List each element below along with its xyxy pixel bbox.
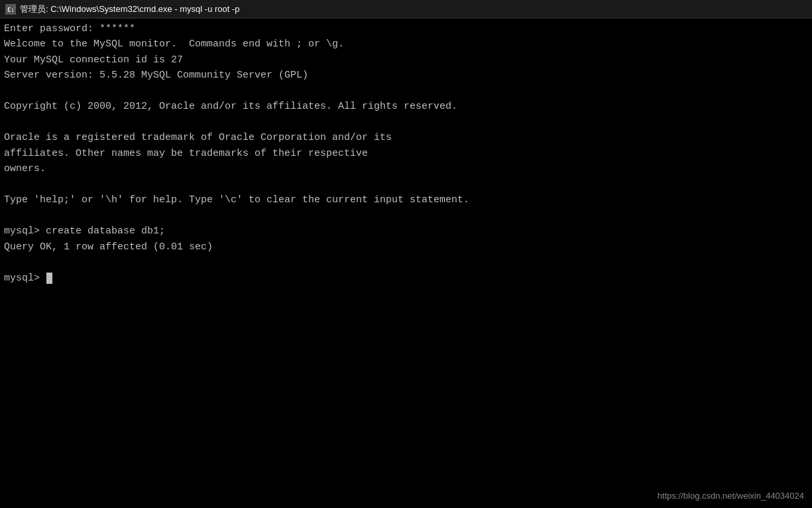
terminal-line: Oracle is a registered trademark of Orac… bbox=[4, 130, 808, 145]
terminal-line: Your MySQL connection id is 27 bbox=[4, 52, 808, 68]
terminal-line: Copyright (c) 2000, 2012, Oracle and/or … bbox=[4, 99, 808, 114]
terminal-line: Type 'help;' or '\h' for help. Type '\c'… bbox=[4, 192, 808, 208]
terminal-line: Enter password: ****** bbox=[4, 21, 808, 36]
terminal-line: owners. bbox=[4, 161, 808, 176]
terminal-line bbox=[4, 83, 808, 99]
terminal-line bbox=[4, 114, 808, 130]
svg-text:C:\: C:\ bbox=[7, 7, 15, 13]
prompt-line: mysql> bbox=[4, 271, 808, 286]
prompt-text: mysql> bbox=[4, 271, 46, 286]
terminal-line: Query OK, 1 row affected (0.01 sec) bbox=[4, 239, 808, 255]
window-title: 管理员: C:\Windows\System32\cmd.exe - mysql… bbox=[20, 3, 240, 15]
watermark: https://blog.csdn.net/weixin_44034024 bbox=[658, 489, 804, 503]
terminal-line bbox=[4, 255, 808, 271]
terminal-line bbox=[4, 176, 808, 192]
title-bar: C:\ 管理员: C:\Windows\System32\cmd.exe - m… bbox=[0, 0, 812, 19]
cursor bbox=[46, 273, 52, 284]
terminal-line bbox=[4, 208, 808, 223]
terminal-line: Welcome to the MySQL monitor. Commands e… bbox=[4, 36, 808, 52]
terminal-line: mysql> create database db1; bbox=[4, 223, 808, 239]
cmd-icon: C:\ bbox=[5, 4, 16, 15]
terminal-line: Server version: 5.5.28 MySQL Community S… bbox=[4, 68, 808, 83]
terminal-line: affiliates. Other names may be trademark… bbox=[4, 146, 808, 161]
terminal-body[interactable]: Enter password: ******Welcome to the MyS… bbox=[0, 19, 812, 508]
terminal-output: Enter password: ******Welcome to the MyS… bbox=[4, 21, 808, 271]
